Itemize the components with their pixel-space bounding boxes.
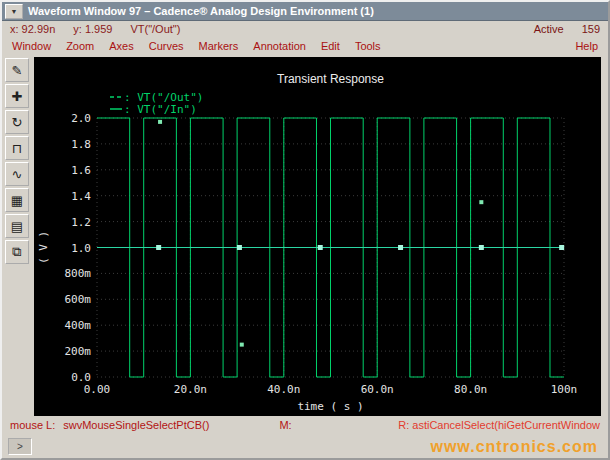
y-tick-label: 600m [65, 293, 92, 306]
mouse-middle-label: M: [279, 419, 291, 431]
y-tick-label: 1.2 [71, 216, 91, 229]
redraw-button[interactable]: ↻ [5, 110, 29, 134]
mouse-right-binding: R: astiCancelSelect(hiGetCurrentWindow [398, 419, 600, 431]
y-tick-label: 800m [65, 267, 92, 280]
menu-curves[interactable]: Curves [149, 40, 184, 52]
menu-edit[interactable]: Edit [321, 40, 340, 52]
x-tick-label: 20.0n [174, 383, 207, 396]
chevron-down-icon: ▼ [11, 6, 18, 17]
grid-table-icon: ▦ [11, 193, 23, 208]
subwindow-icon: ⧉ [12, 244, 21, 260]
plot-area[interactable]: 2.01.81.61.41.21.0800m600m400m200m0.00.0… [34, 57, 601, 416]
y-tick-label: 1.8 [71, 138, 91, 151]
main-area: ✎ ✚ ↻ ⊓ ∿ ▦ ▤ ⧉ 2.01.81.61.41.21.0800m60… [2, 55, 608, 416]
menu-axes[interactable]: Axes [109, 40, 133, 52]
y-tick-label: 200m [65, 345, 92, 358]
waveform-icon: ∿ [12, 167, 23, 182]
menu-window[interactable]: Window [12, 40, 51, 52]
strip-chart-button[interactable]: ⊓ [5, 136, 29, 160]
y-tick-label: 400m [65, 319, 92, 332]
menu-markers[interactable]: Markers [199, 40, 239, 52]
command-prompt[interactable]: > [8, 438, 32, 455]
plot-wrapper: 2.01.81.61.41.21.0800m600m400m200m0.00.0… [32, 55, 608, 416]
grid-table-button[interactable]: ▦ [5, 188, 29, 212]
x-tick-label: 0.00 [84, 383, 111, 396]
y-tick-label: 1.4 [71, 190, 91, 203]
prompt-glyph: > [17, 441, 23, 452]
stray-point [240, 343, 244, 347]
menu-tools[interactable]: Tools [355, 40, 381, 52]
active-label: Active [534, 23, 564, 35]
y-tick-label: 2.0 [71, 112, 91, 125]
x-tick-label: 60.0n [361, 383, 394, 396]
selected-trace-readout: VT("/Out") [130, 23, 180, 35]
zoom-fit-icon: ✚ [12, 89, 23, 104]
plot-title: Transient Response [277, 72, 384, 86]
menu-annotation[interactable]: Annotation [253, 40, 306, 52]
strip-chart-icon: ⊓ [12, 141, 22, 156]
trace-marker [156, 245, 161, 250]
tool-column: ✎ ✚ ↻ ⊓ ∿ ▦ ▤ ⧉ [2, 55, 32, 416]
trace-marker [479, 245, 484, 250]
trace-marker [559, 245, 564, 250]
legend-label: : VT("/In") [124, 103, 197, 116]
layers-button[interactable]: ▤ [5, 214, 29, 238]
cursor-x-readout: x: 92.99n [10, 23, 55, 35]
zoom-fit-button[interactable]: ✚ [5, 84, 29, 108]
trace-marker [318, 245, 323, 250]
menu-bar: Window Zoom Axes Curves Markers Annotati… [2, 36, 608, 55]
y-tick-label: 1.0 [71, 242, 91, 255]
mouse-left-binding: swvMouseSingleSelectPtCB() [63, 419, 209, 431]
y-axis-label: ( V ) [37, 231, 50, 264]
window-title: Waveform Window 97 – Cadence® Analog Des… [28, 5, 374, 17]
trace-marker [237, 245, 242, 250]
menu-help[interactable]: Help [575, 40, 598, 52]
active-count: 159 [582, 23, 600, 35]
waveform-window: ▼ Waveform Window 97 – Cadence® Analog D… [0, 0, 610, 460]
status-bar: mouse L: swvMouseSingleSelectPtCB() M: R… [2, 416, 608, 434]
info-bar: x: 92.99n y: 1.959 VT("/Out") Active 159 [2, 21, 608, 36]
prompt-row: > www.cntronics.com [2, 434, 608, 459]
menu-zoom[interactable]: Zoom [66, 40, 94, 52]
window-menu-button[interactable]: ▼ [5, 4, 23, 19]
x-tick-label: 80.0n [454, 383, 487, 396]
x-axis-label: time ( s ) [297, 400, 363, 413]
subwindow-button[interactable]: ⧉ [5, 240, 29, 264]
title-bar: ▼ Waveform Window 97 – Cadence® Analog D… [2, 2, 608, 21]
probe-pencil-icon: ✎ [12, 63, 23, 78]
layers-icon: ▤ [11, 219, 23, 234]
waveform-button[interactable]: ∿ [5, 162, 29, 186]
stray-point [158, 120, 162, 124]
mouse-left-label: mouse L: [10, 419, 55, 431]
redraw-rotate-icon: ↻ [12, 115, 23, 130]
x-tick-label: 100n [551, 383, 578, 396]
y-tick-label: 1.6 [71, 164, 91, 177]
trace-marker [398, 245, 403, 250]
watermark-text: www.cntronics.com [430, 438, 602, 456]
x-tick-label: 40.0n [267, 383, 300, 396]
probe-pencil-button[interactable]: ✎ [5, 58, 29, 82]
cursor-y-readout: y: 1.959 [73, 23, 112, 35]
stray-point [479, 200, 483, 204]
